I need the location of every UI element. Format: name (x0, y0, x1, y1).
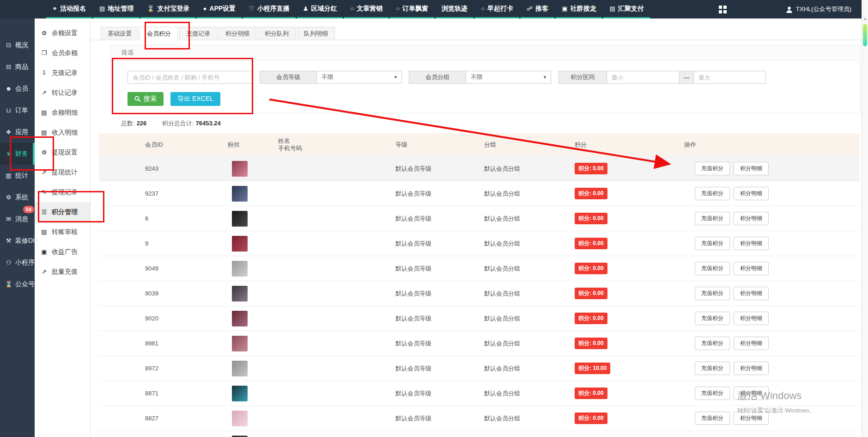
main-content: 基础设置会员积分充值记录积分明细积分队列队列明细 筛选 会员等级 不限 ▼ 会员… (91, 18, 868, 437)
points-detail-button[interactable]: 积分明细 (734, 362, 769, 375)
level-cell: 默认会员等级 (388, 240, 475, 248)
sidebar-item-公众号[interactable]: ⌛公众号 (0, 273, 35, 295)
submenu-item-充值记录[interactable]: ⇩充值记录 (35, 63, 90, 83)
submenu-item-提现统计[interactable]: ⇗提现统计 (35, 162, 90, 182)
points-cell: 积分: 0.00 (563, 338, 669, 349)
sidebar-item-小程序[interactable]: ⚇小程序 (0, 252, 35, 273)
tab-基础设置[interactable]: 基础设置 (101, 27, 139, 40)
topnav-item-活动报名[interactable]: ⚭活动报名 (46, 0, 92, 18)
live-heart-icon: ♡ (249, 6, 255, 12)
scrollbar-up-arrow-icon[interactable]: ▲ (862, 17, 868, 21)
recharge-points-button[interactable]: 充值积分 (695, 187, 730, 200)
community-image-icon: ▣ (562, 6, 567, 12)
points-detail-button[interactable]: 积分明细 (734, 337, 769, 350)
points-detail-button[interactable]: 积分明细 (734, 237, 769, 250)
fan-avatar-cell (221, 236, 272, 252)
tab-队列明细[interactable]: 队列明细 (297, 27, 335, 40)
points-detail-button[interactable]: 积分明细 (734, 312, 769, 325)
submenu-item-余额明细[interactable]: ▤余额明细 (35, 103, 90, 123)
tab-积分明细[interactable]: 积分明细 (219, 27, 256, 40)
recharge-points-button[interactable]: 充值积分 (695, 287, 730, 300)
submenu-item-提现记录[interactable]: ✎提现记录 (35, 182, 90, 202)
topnav-item-订单飘窗[interactable]: ○订单飘窗 (390, 0, 434, 18)
user-name: TXHL(公众号管理员) (796, 5, 851, 13)
points-detail-button[interactable]: 积分明细 (734, 187, 769, 200)
sidebar-item-消息[interactable]: ✉消息54 (0, 208, 35, 230)
submenu-item-积分管理[interactable]: ☰积分管理 (35, 202, 90, 222)
total-count-value: 226 (137, 120, 147, 127)
points-min-input[interactable] (607, 71, 680, 84)
topnav-item-小程序直播[interactable]: ♡小程序直播 (243, 0, 296, 18)
user-menu[interactable]: TXHL(公众号管理员) (786, 5, 851, 13)
points-badge: 积分: 0.00 (575, 338, 607, 349)
topnav-item-APP设置[interactable]: ●APP设置 (197, 0, 242, 18)
topnav-item-文章营销[interactable]: ○文章营销 (344, 0, 388, 18)
submenu-item-批量充值[interactable]: ⇗批量充值 (35, 262, 90, 282)
member-level-select[interactable]: 不限 ▼ (316, 71, 402, 84)
points-detail-button[interactable]: 积分明细 (734, 162, 769, 175)
topnav-item-社群接龙[interactable]: ▣社群接龙 (556, 0, 602, 18)
submenu-item-收入明细[interactable]: ▤收入明细 (35, 123, 90, 142)
sidebar-item-订单[interactable]: ⊔订单 (0, 99, 35, 121)
submenu-item-转让记录[interactable]: ↗转让记录 (35, 83, 90, 103)
points-max-input[interactable] (693, 71, 766, 84)
topnav-item-地址管理[interactable]: ▤地址管理 (93, 0, 140, 18)
topnav-item-早起打卡[interactable]: ○早起打卡 (475, 0, 519, 18)
chevron-down-icon: ▼ (394, 75, 398, 80)
points-detail-button[interactable]: 积分明细 (734, 287, 769, 300)
sidebar-item-系统[interactable]: ⚙系统 (0, 186, 35, 208)
points-badge: 积分: 0.00 (575, 188, 607, 199)
recharge-points-button[interactable]: 充值积分 (695, 337, 730, 350)
points-detail-button[interactable]: 积分明细 (734, 387, 769, 400)
recharge-points-button[interactable]: 充值积分 (695, 312, 730, 325)
submenu-item-收益广告[interactable]: ▣收益广告 (35, 242, 90, 262)
recharge-points-button[interactable]: 充值积分 (695, 262, 730, 275)
topnav-item-支付宝登录[interactable]: ⌛支付宝登录 (141, 0, 195, 18)
sidebar-item-会员[interactable]: ☻会员 (0, 78, 35, 99)
sidebar-item-统计[interactable]: ▥统计 (0, 165, 35, 186)
sidebar-item-概况[interactable]: ⊡概况 (0, 34, 35, 56)
export-button-label: 导出 EXCEL (177, 95, 213, 103)
points-detail-button[interactable]: 积分明细 (734, 212, 769, 225)
recharge-points-button[interactable]: 充值积分 (695, 362, 730, 375)
finance-yen-icon: ¥ (5, 150, 12, 157)
submenu-item-提现设置[interactable]: ⚙提现设置 (35, 142, 90, 162)
points-badge: 积分: 0.00 (575, 163, 607, 174)
page-scrollbar[interactable]: ▲ (862, 0, 868, 437)
topnav-item-汇聚支付[interactable]: ▤汇聚支付 (603, 0, 649, 18)
topnav-item-浏览轨迹[interactable]: 浏览轨迹 (436, 0, 473, 18)
actions-cell: 充值积分积分明细 (669, 337, 860, 350)
tab-积分队列[interactable]: 积分队列 (258, 27, 296, 40)
tab-会员积分[interactable]: 会员积分 (140, 27, 178, 40)
sidebar-item-应用[interactable]: ❖应用 (0, 121, 35, 143)
sidebar-item-商品[interactable]: ⊟商品 (0, 56, 35, 78)
tab-充值记录[interactable]: 充值记录 (179, 27, 217, 40)
sidebar-item-装修DIY[interactable]: ⚒装修DIY (0, 230, 35, 252)
export-excel-button[interactable]: 导出 EXCEL (170, 92, 220, 106)
recharge-points-button[interactable]: 充值积分 (695, 237, 730, 250)
table-row: 9049默认会员等级默认会员分组积分: 0.00充值积分积分明细 (99, 256, 860, 281)
recharge-points-button[interactable]: 充值积分 (695, 412, 730, 425)
topnav-item-区域分红[interactable]: ♟区域分红 (297, 0, 343, 18)
recharge-points-button[interactable]: 充值积分 (695, 162, 730, 175)
topnav-item-推客[interactable]: ☍推客 (521, 0, 554, 18)
scrollbar-thumb[interactable] (863, 24, 867, 46)
points-detail-button[interactable]: 积分明细 (734, 262, 769, 275)
topnav-item-label: 浏览轨迹 (442, 5, 467, 13)
table-row: 8871默认会员等级默认会员分组积分: 0.00充值积分积分明细 (99, 381, 860, 406)
search-button[interactable]: 搜索 (127, 92, 164, 106)
topnav-item-label: APP设置 (209, 5, 236, 13)
member-avatar-image (232, 311, 248, 326)
recharge-points-button[interactable]: 充值积分 (695, 387, 730, 400)
member-group-select[interactable]: 不限 ▼ (466, 71, 551, 84)
apps-grid-icon[interactable] (719, 6, 727, 13)
submenu-item-会员余额[interactable]: ❒会员余额 (35, 43, 90, 63)
recharge-points-button[interactable]: 充值积分 (695, 212, 730, 225)
submenu-item-余额设置[interactable]: ⚙余额设置 (35, 23, 90, 43)
submenu-item-转账审核[interactable]: ▤转账审核 (35, 222, 90, 242)
overview-icon: ⊡ (5, 42, 12, 49)
points-detail-button[interactable]: 积分明细 (734, 412, 769, 425)
member-search-input[interactable] (127, 71, 253, 84)
file-lines-icon: ▤ (41, 109, 48, 116)
sidebar-item-财务[interactable]: ¥财务 (0, 143, 35, 165)
